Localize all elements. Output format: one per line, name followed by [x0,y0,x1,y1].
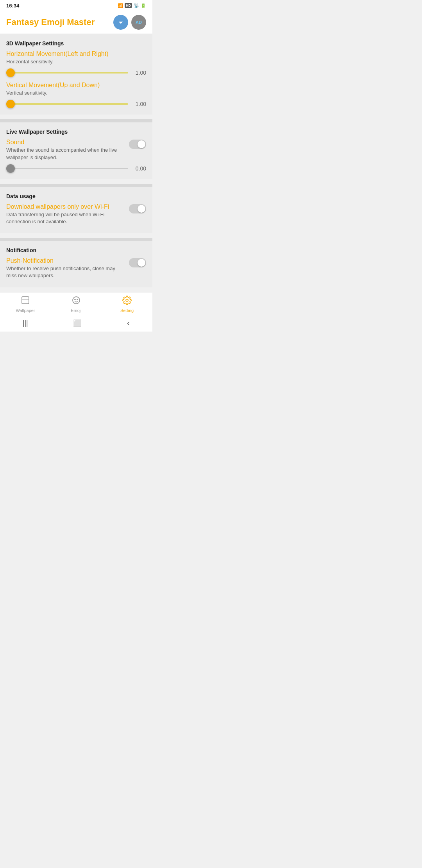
top-bar-icons: AD [113,15,146,30]
sound-desc: Whether the sound is accompanied when th… [6,147,124,161]
divider-1 [0,119,152,122]
nav-wallpaper[interactable]: Wallpaper [14,296,37,313]
sound-toggle-knob [138,140,145,148]
wifi-only-text: Download wallpapers only over Wi-Fi Data… [6,203,129,228]
vertical-movement-label: Vertical Movement(Up and Down) [6,82,146,89]
sound-label: Sound [6,139,124,146]
wifi-icon: 📶 [118,3,123,8]
wifi-only-toggle[interactable] [129,204,146,213]
signal-icon: 📡 [134,3,139,8]
sound-toggle[interactable] [129,140,146,149]
wifi-only-desc: Data transferring will be paused when Wi… [6,211,124,225]
sys-back-btn[interactable]: ‹ [127,318,130,328]
wifi-only-label: Download wallpapers only over Wi-Fi [6,203,124,210]
svg-point-3 [75,299,75,300]
section-data-usage: Data usage Download wallpapers only over… [0,187,152,233]
sound-text: Sound Whether the sound is accompanied w… [6,139,129,164]
section-live-wallpaper: Live Wallpaper Settings Sound Whether th… [0,122,152,179]
svg-point-5 [126,299,128,301]
svg-point-4 [77,299,78,300]
ad-button[interactable]: AD [131,15,146,30]
setting-vertical-movement: Vertical Movement(Up and Down) Vertical … [6,82,146,115]
vertical-movement-desc: Vertical sensitivity. [6,90,146,97]
section-notification-title: Notification [6,247,146,253]
horizontal-slider[interactable] [6,68,128,77]
divider-3 [0,238,152,241]
push-notif-desc: Whether to receive push notifications, c… [6,265,124,279]
settings-scroll[interactable]: 3D Wallpaper Settings Horizontal Movemen… [0,34,152,292]
vertical-slider-row: 1.00 [6,100,146,108]
app-title: Fantasy Emoji Master [6,17,95,27]
sound-slider-row: 0.00 [6,164,146,173]
nav-wallpaper-label: Wallpaper [16,308,35,313]
push-notif-row: Push-Notification Whether to receive pus… [6,257,146,282]
vertical-slider[interactable] [6,100,128,108]
sound-row: Sound Whether the sound is accompanied w… [6,139,146,164]
push-notif-text: Push-Notification Whether to receive pus… [6,257,129,282]
nav-emoji-label: Emoji [71,308,82,313]
sys-home-btn[interactable]: ⬜ [73,319,82,328]
dropdown-button[interactable] [113,15,128,30]
section-live-title: Live Wallpaper Settings [6,129,146,135]
push-notif-label: Push-Notification [6,257,124,264]
section-3d-wallpaper: 3D Wallpaper Settings Horizontal Movemen… [0,34,152,115]
nav-emoji[interactable]: Emoji [64,296,88,313]
wallpaper-nav-icon [21,296,30,307]
ad-label: AD [136,20,142,25]
nav-setting[interactable]: Setting [115,296,139,313]
bottom-nav: Wallpaper Emoji Setting [0,292,152,315]
horizontal-slider-value: 1.00 [132,70,146,76]
svg-point-2 [73,297,80,304]
svg-rect-0 [22,297,29,304]
setting-push-notification: Push-Notification Whether to receive pus… [6,257,146,287]
hd-badge: HD [125,3,132,8]
nav-setting-label: Setting [120,308,134,313]
push-notif-toggle-knob [138,259,145,267]
sound-slider-value: 0.00 [132,165,146,172]
wifi-only-row: Download wallpapers only over Wi-Fi Data… [6,203,146,228]
status-time: 16:34 [6,3,19,9]
horizontal-movement-desc: Horizontal sensitivity. [6,58,146,65]
setting-nav-icon [122,296,132,307]
status-bar: 16:34 📶 HD 📡 🔋 [0,0,152,11]
divider-2 [0,184,152,187]
wifi-only-toggle-knob [138,205,145,213]
sound-slider[interactable] [6,164,128,173]
battery-icon: 🔋 [141,3,146,8]
horizontal-movement-label: Horizontal Movement(Left and Right) [6,50,146,57]
section-data-title: Data usage [6,193,146,199]
setting-sound: Sound Whether the sound is accompanied w… [6,139,146,179]
emoji-nav-icon [72,296,81,307]
setting-wifi-only: Download wallpapers only over Wi-Fi Data… [6,203,146,233]
setting-horizontal-movement: Horizontal Movement(Left and Right) Hori… [6,50,146,77]
sys-nav-bar: ||| ⬜ ‹ [0,315,152,332]
top-bar: Fantasy Emoji Master AD [0,11,152,34]
vertical-slider-value: 1.00 [132,101,146,107]
sys-menu-btn[interactable]: ||| [23,319,28,327]
section-3d-title: 3D Wallpaper Settings [6,40,146,47]
push-notif-toggle[interactable] [129,258,146,267]
status-icons: 📶 HD 📡 🔋 [118,3,146,8]
section-notification: Notification Push-Notification Whether t… [0,241,152,287]
horizontal-slider-row: 1.00 [6,68,146,77]
